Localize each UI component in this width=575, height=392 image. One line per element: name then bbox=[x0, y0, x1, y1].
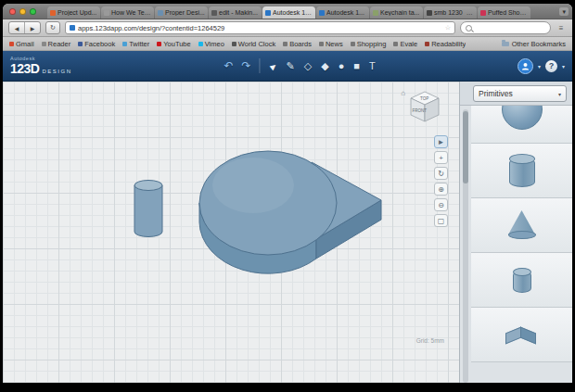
view-cube-top-label: TOP bbox=[420, 96, 428, 101]
panel-scrollbar-thumb[interactable] bbox=[463, 111, 468, 183]
bookmark-favicon bbox=[283, 42, 288, 46]
user-avatar[interactable] bbox=[518, 58, 533, 74]
browser-tab[interactable]: How We Tes... bbox=[101, 6, 154, 19]
bookmarks-bar: Gmail Reader Facebook Twitter bbox=[3, 37, 572, 51]
primitive-thumbnail bbox=[505, 323, 539, 346]
help-caret-icon[interactable]: ▾ bbox=[562, 63, 565, 70]
logo-text: 123D bbox=[10, 62, 39, 75]
bookmark-favicon bbox=[319, 42, 324, 46]
address-bar[interactable]: apps.123dapp.com/design/?contentid=12645… bbox=[65, 21, 455, 34]
bookmark-item[interactable]: Readability bbox=[425, 40, 466, 48]
viewport-nav-button[interactable]: ⊖ bbox=[434, 198, 448, 211]
tool-group: ✎ ◇ ◆ ● ■ T bbox=[286, 60, 375, 72]
tab-overflow-button[interactable]: ▾ bbox=[559, 7, 569, 16]
bookmark-label: World Clock bbox=[238, 40, 275, 48]
bookmark-label: Readability bbox=[431, 40, 466, 48]
primitives-dropdown-label: Primitives bbox=[479, 89, 513, 98]
view-cube[interactable]: TOP FRONT bbox=[405, 88, 444, 127]
forward-button[interactable]: ▶ bbox=[24, 22, 40, 33]
tab-favicon bbox=[265, 10, 271, 16]
model-cylinder-top[interactable] bbox=[134, 181, 162, 191]
primitive-item[interactable] bbox=[471, 308, 572, 362]
viewport-nav-button[interactable]: ⊕ bbox=[434, 183, 448, 196]
other-bookmarks-button[interactable]: Other Bookmarks bbox=[502, 40, 566, 48]
toolbar-tool-button[interactable]: ◆ bbox=[321, 60, 328, 72]
bookmark-star-icon[interactable]: ☆ bbox=[445, 24, 451, 32]
bookmark-item[interactable]: Facebook bbox=[78, 40, 115, 48]
browser-tab[interactable]: Autodesk 1... bbox=[316, 6, 369, 19]
bookmark-label: Reader bbox=[48, 40, 71, 48]
browser-tab[interactable]: Autodesk 12... bbox=[262, 6, 315, 19]
tab-title: edit - Makin... bbox=[219, 9, 258, 16]
viewport-nav-button[interactable]: ▢ bbox=[434, 214, 448, 227]
bookmark-item[interactable]: Shopping bbox=[351, 40, 387, 48]
bookmark-item[interactable]: Reader bbox=[42, 40, 71, 48]
toolbar-tool-button[interactable]: T bbox=[369, 60, 376, 71]
viewport-nav-button[interactable]: + bbox=[434, 151, 448, 164]
tab-favicon bbox=[373, 10, 378, 16]
primitive-item[interactable] bbox=[471, 253, 572, 308]
bookmark-item[interactable]: Twitter bbox=[122, 40, 149, 48]
bookmark-favicon bbox=[232, 42, 236, 46]
bookmark-label: Evale bbox=[400, 40, 417, 48]
undo-button[interactable]: ↶ bbox=[224, 59, 233, 72]
tab-title: smb 1230_C... bbox=[434, 9, 474, 16]
primitive-item[interactable] bbox=[471, 144, 572, 198]
primitive-thumbnail bbox=[508, 210, 536, 240]
back-button[interactable]: ◀ bbox=[9, 22, 24, 33]
primitive-item[interactable] bbox=[471, 106, 572, 144]
browser-tab[interactable]: Project Upd... bbox=[47, 6, 100, 19]
tab-title: Proper Desi... bbox=[165, 9, 205, 16]
history-buttons: ◀ ▶ bbox=[8, 21, 41, 34]
bookmark-item[interactable]: News bbox=[319, 40, 343, 48]
browser-tab[interactable]: Proper Desi... bbox=[155, 6, 208, 19]
model-layer bbox=[3, 82, 459, 383]
toolbar-tool-button[interactable]: ■ bbox=[353, 60, 360, 71]
bookmark-favicon bbox=[351, 42, 355, 46]
site-favicon bbox=[70, 25, 75, 31]
folder-icon bbox=[502, 42, 509, 46]
toolbar-tool-button[interactable]: ● bbox=[339, 60, 345, 71]
search-input[interactable] bbox=[460, 21, 551, 34]
toolbar-tool-button[interactable]: ✎ bbox=[286, 60, 294, 72]
app-logo[interactable]: Autodesk 123D DESIGN bbox=[10, 57, 71, 75]
bookmark-item[interactable]: Evale bbox=[393, 40, 417, 48]
panel-scrollbar[interactable] bbox=[463, 109, 468, 383]
primitive-cells bbox=[471, 106, 572, 362]
bookmark-favicon bbox=[157, 42, 161, 46]
primitives-dropdown[interactable]: Primitives ▾ bbox=[473, 85, 567, 102]
logo-suffix: DESIGN bbox=[42, 69, 71, 74]
bookmark-item[interactable]: Vimeo bbox=[198, 40, 224, 48]
account-caret-icon[interactable]: ▾ bbox=[538, 63, 541, 70]
primitive-item[interactable] bbox=[471, 198, 572, 253]
3d-viewport[interactable]: ⌂ TOP FRONT ► + ↻ bbox=[3, 82, 459, 383]
zoom-window-button[interactable] bbox=[30, 8, 36, 15]
redo-button[interactable]: ↷ bbox=[242, 59, 251, 72]
bookmark-item[interactable]: YouTube bbox=[157, 40, 190, 48]
browser-tab[interactable]: Keychain ta... bbox=[370, 6, 423, 19]
help-button[interactable]: ? bbox=[545, 60, 557, 72]
viewport-nav-button[interactable]: ► bbox=[434, 135, 448, 148]
minimize-window-button[interactable] bbox=[19, 8, 26, 15]
toolbar-tool-button[interactable]: ◇ bbox=[304, 60, 312, 72]
menu-icon[interactable]: ≡ bbox=[556, 24, 567, 32]
bookmark-label: Twitter bbox=[129, 40, 149, 48]
search-icon bbox=[466, 25, 472, 32]
bookmark-item[interactable]: Boards bbox=[283, 40, 312, 48]
bookmark-favicon bbox=[42, 42, 46, 46]
select-cursor-tool[interactable]: ► bbox=[266, 59, 280, 73]
browser-tab[interactable]: edit - Makin... bbox=[209, 6, 262, 19]
primitive-thumbnail bbox=[513, 268, 531, 293]
panel-header: Primitives ▾ bbox=[460, 82, 572, 105]
model-cylinder-body[interactable] bbox=[134, 185, 162, 237]
close-window-button[interactable] bbox=[9, 8, 16, 15]
app-header: Autodesk 123D DESIGN ↶ ↷ ► ✎ ◇ bbox=[3, 51, 572, 82]
viewport-nav-button[interactable]: ↻ bbox=[434, 167, 448, 180]
bookmark-item[interactable]: Gmail bbox=[9, 40, 34, 48]
browser-tab[interactable]: smb 1230_C... bbox=[424, 6, 477, 19]
bookmark-label: News bbox=[326, 40, 343, 48]
browser-navigation-bar: ◀ ▶ ↻ apps.123dapp.com/design/?contentid… bbox=[3, 19, 572, 37]
browser-tab[interactable]: Puffed Shou... bbox=[478, 6, 530, 19]
bookmark-item[interactable]: World Clock bbox=[232, 40, 275, 48]
reload-button[interactable]: ↻ bbox=[45, 21, 60, 34]
